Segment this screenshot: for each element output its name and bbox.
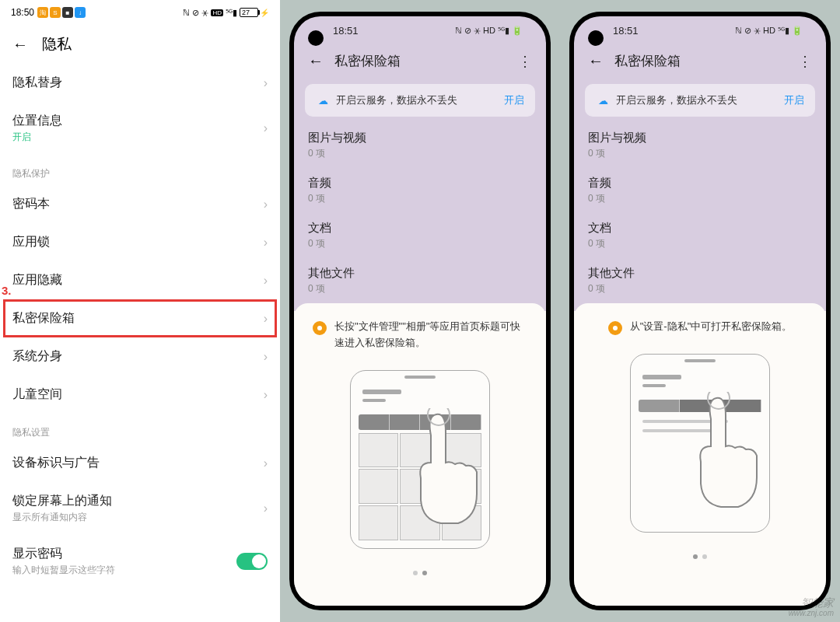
cat-other[interactable]: 其他文件0 项	[294, 258, 546, 299]
row-system-clone[interactable]: 系统分身 ›	[0, 337, 280, 376]
tip-text: 长按"文件管理""相册"等应用首页标题可快速进入私密保险箱。	[334, 319, 527, 351]
nfc-icon: ℕ ⊘ ⚹ HD ⁵ᴳ▮ 🔋	[455, 26, 523, 36]
row-device-ad[interactable]: 设备标识与广告 ›	[0, 444, 280, 482]
hd-icon: HD	[211, 9, 223, 16]
cloud-enable-link[interactable]: 开启	[784, 93, 804, 107]
back-button[interactable]: ←	[308, 52, 324, 70]
app-icon-4: ↓	[75, 7, 86, 18]
cloud-enable-link[interactable]: 开启	[504, 93, 524, 107]
cloud-banner[interactable]: ☁开启云服务，数据永不丢失 开启	[585, 84, 815, 117]
camera-hole	[588, 30, 604, 46]
tip-text: 从"设置-隐私"中可打开私密保险箱。	[630, 319, 793, 335]
toggle-show-password[interactable]	[236, 553, 268, 570]
cat-photo-video[interactable]: 图片与视频0 项	[294, 123, 546, 168]
page-title: 私密保险箱	[614, 52, 681, 70]
chevron-right-icon: ›	[264, 76, 268, 90]
status-time: 18:50	[11, 7, 34, 18]
more-icon[interactable]: ⋮	[798, 53, 812, 70]
page-title: 隐私	[42, 34, 72, 54]
row-private-safe[interactable]: 私密保险箱 ›	[0, 299, 280, 337]
row-password-book[interactable]: 密码本 ›	[0, 185, 280, 223]
illustration-longpress	[350, 370, 490, 549]
hand-icon	[684, 392, 777, 508]
bulb-icon	[608, 321, 622, 335]
cloud-icon: ☁	[596, 93, 610, 107]
row-privacy-substitute[interactable]: 隐私替身 ›	[0, 64, 280, 102]
section-privacy-protection: 隐私保护	[0, 155, 280, 185]
page-dots	[693, 554, 707, 559]
bulb-icon	[313, 321, 327, 335]
chevron-right-icon: ›	[264, 350, 268, 364]
tip-sheet: 长按"文件管理""相册"等应用首页标题可快速进入私密保险箱。	[294, 303, 546, 606]
phone-photo-b: 18:51 ℕ ⊘ ⚹ HD ⁵ᴳ▮ 🔋 ← 私密保险箱 ⋮ ☁开启云服务，数据…	[560, 0, 840, 622]
back-button[interactable]: ←	[12, 36, 28, 54]
app-icon-1: 淘	[37, 7, 48, 18]
chevron-right-icon: ›	[264, 121, 268, 135]
illustration-settings	[630, 354, 770, 533]
tip-sheet: 从"设置-隐私"中可打开私密保险箱。	[574, 303, 826, 606]
row-show-password[interactable]: 显示密码输入时短暂显示这些字符	[0, 535, 280, 588]
cat-docs[interactable]: 文档0 项	[294, 213, 546, 258]
chevron-right-icon: ›	[264, 501, 268, 515]
signal-icon: ⁵ᴳ▮	[226, 8, 237, 18]
chevron-right-icon: ›	[264, 456, 268, 470]
settings-list[interactable]: 隐私替身 › 位置信息开启 › 隐私保护 密码本 › 应用锁 › 应用隐藏 › …	[0, 64, 280, 622]
chevron-right-icon: ›	[264, 274, 268, 288]
phone-header: ← 私密保险箱 ⋮	[574, 44, 826, 78]
row-location[interactable]: 位置信息开启 ›	[0, 102, 280, 155]
cloud-icon: ☁	[316, 93, 330, 107]
chevron-right-icon: ›	[264, 236, 268, 250]
step-number: 3.	[2, 284, 12, 297]
page-dots	[413, 571, 427, 575]
camera-hole	[308, 30, 324, 46]
back-button[interactable]: ←	[588, 52, 604, 70]
section-privacy-settings: 隐私设置	[0, 414, 280, 444]
page-title: 私密保险箱	[334, 52, 401, 70]
cat-other[interactable]: 其他文件0 项	[574, 258, 826, 299]
hand-icon	[404, 408, 497, 525]
chevron-right-icon: ›	[264, 388, 268, 402]
dnd-icon: ⊘	[192, 8, 199, 18]
row-lockscreen-notifications[interactable]: 锁定屏幕上的通知显示所有通知内容 ›	[0, 482, 280, 535]
watermark: 智能家www.znj.com	[789, 597, 834, 617]
battery-indicator: 27 ⚡	[240, 8, 269, 17]
more-icon[interactable]: ⋮	[518, 53, 532, 70]
chevron-right-icon: ›	[264, 312, 268, 326]
phone-status-bar: 18:51 ℕ ⊘ ⚹ HD ⁵ᴳ▮ 🔋	[294, 16, 546, 44]
cat-photo-video[interactable]: 图片与视频0 项	[574, 123, 826, 168]
cloud-banner[interactable]: ☁开启云服务，数据永不丢失 开启	[305, 84, 535, 117]
nfc-icon: ℕ	[183, 8, 190, 18]
app-icon-2: S	[50, 7, 61, 18]
phone-header: ← 私密保险箱 ⋮	[294, 44, 546, 78]
page-header: ← 隐私	[0, 25, 280, 64]
chevron-right-icon: ›	[264, 197, 268, 211]
row-app-lock[interactable]: 应用锁 ›	[0, 223, 280, 261]
cat-docs[interactable]: 文档0 项	[574, 213, 826, 258]
app-icon-3: ■	[62, 7, 73, 18]
status-bar: 18:50 淘 S ■ ↓ ℕ ⊘ ⚹ HD ⁵ᴳ▮ 27 ⚡	[0, 0, 280, 25]
phone-photo-a: 18:51 ℕ ⊘ ⚹ HD ⁵ᴳ▮ 🔋 ← 私密保险箱 ⋮ ☁开启云服务，数据…	[280, 0, 560, 622]
row-app-hide[interactable]: 应用隐藏 ›	[0, 261, 280, 299]
settings-screenshot: 18:50 淘 S ■ ↓ ℕ ⊘ ⚹ HD ⁵ᴳ▮ 27 ⚡ ← 隐私 隐私替…	[0, 0, 280, 622]
row-kids-space[interactable]: 儿童空间 ›	[0, 376, 280, 414]
phone-status-bar: 18:51 ℕ ⊘ ⚹ HD ⁵ᴳ▮ 🔋	[574, 16, 826, 44]
cat-audio[interactable]: 音频0 项	[574, 168, 826, 213]
bluetooth-icon: ⚹	[201, 8, 208, 18]
cat-audio[interactable]: 音频0 项	[294, 168, 546, 213]
